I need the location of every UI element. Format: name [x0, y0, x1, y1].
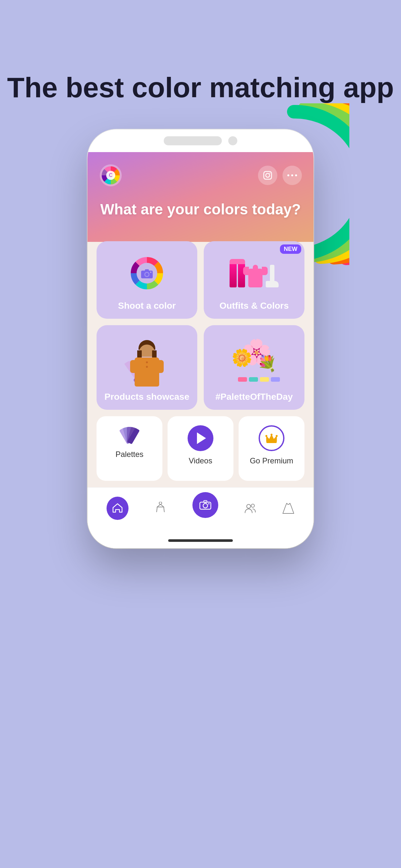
app-header: C [88, 152, 313, 242]
header-actions [258, 166, 302, 185]
bottom-navigation [88, 487, 313, 535]
phone-frame: C [88, 129, 313, 548]
home-icon [112, 502, 123, 514]
products-showcase-card[interactable]: Products showcase [96, 325, 197, 410]
nav-home[interactable] [99, 494, 136, 523]
svg-rect-30 [204, 500, 207, 502]
palette-day-label: #PaletteOfTheDay [215, 392, 293, 402]
products-showcase-image [103, 335, 191, 386]
phone-notch-area [88, 129, 313, 152]
app-logo: C [99, 164, 122, 187]
svg-line-27 [164, 507, 164, 512]
svg-point-9 [295, 175, 297, 176]
home-indicator [88, 535, 313, 548]
svg-point-13 [145, 273, 149, 276]
nav-camera[interactable] [185, 496, 226, 521]
svg-point-24 [276, 435, 278, 437]
crown-icon [258, 425, 284, 451]
home-icon-wrap [106, 497, 128, 520]
palette-of-day-card[interactable]: 🌸 🌼 💐 [204, 325, 305, 410]
shoot-color-label: Shoot a color [118, 301, 176, 311]
svg-text:C: C [109, 173, 113, 178]
svg-point-5 [266, 174, 270, 177]
play-triangle [197, 432, 206, 444]
palettes-card[interactable]: Palettes [96, 416, 162, 481]
shoot-color-card[interactable]: Shoot a color [96, 241, 197, 319]
videos-label: Videos [189, 456, 212, 465]
outfits-label: Outfits & Colors [220, 301, 289, 311]
svg-point-31 [208, 503, 210, 504]
instagram-button[interactable] [258, 166, 277, 185]
flower-yellow-icon: 🌼 [232, 349, 252, 366]
svg-point-25 [271, 434, 273, 436]
more-options-button[interactable] [282, 166, 302, 185]
svg-point-6 [270, 173, 271, 174]
notch-pill [164, 136, 222, 145]
svg-point-23 [266, 435, 267, 437]
nav-outfit[interactable] [274, 499, 302, 517]
svg-rect-14 [145, 269, 149, 271]
camera-nav-icon [199, 500, 212, 510]
svg-point-7 [287, 175, 289, 176]
flower-blue-icon: 💐 [257, 356, 277, 371]
app-header-top: C [99, 164, 302, 187]
svg-line-26 [157, 507, 157, 512]
shoot-color-image [103, 251, 191, 296]
notch-circle [228, 136, 237, 145]
svg-rect-4 [264, 172, 272, 179]
premium-label: Go Premium [250, 456, 294, 465]
play-icon [188, 425, 213, 451]
premium-card[interactable]: Go Premium [239, 416, 305, 481]
palette-illustration: 🌸 🌼 💐 [232, 340, 277, 382]
svg-point-29 [203, 503, 208, 508]
app-screen: C [88, 152, 313, 548]
svg-point-8 [291, 175, 293, 176]
outfits-image [210, 251, 298, 296]
palettes-label: Palettes [116, 450, 144, 459]
app-tagline: What are your colors today? [99, 200, 302, 219]
headline-text: The best color matching app [7, 71, 394, 104]
community-icon [244, 502, 257, 515]
palette-day-image: 🌸 🌼 💐 [210, 335, 298, 386]
camera-nav-button[interactable] [192, 492, 218, 518]
outfits-colors-card[interactable]: NEW [204, 241, 305, 319]
palettes-icon [118, 425, 141, 446]
home-bar [168, 539, 233, 542]
nav-wardrobe[interactable] [146, 499, 175, 517]
svg-point-32 [247, 504, 251, 508]
color-wheel-svg [126, 252, 168, 294]
svg-point-15 [150, 272, 151, 273]
videos-card[interactable]: Videos [167, 416, 234, 481]
headline-section: The best color matching app [7, 71, 394, 104]
small-cards-row: Palettes Videos [88, 416, 313, 487]
phone-mockup: C [88, 129, 313, 548]
products-showcase-label: Products showcase [104, 392, 189, 402]
dress-icon [282, 502, 295, 515]
svg-point-33 [251, 504, 254, 507]
nav-community[interactable] [236, 499, 265, 517]
wardrobe-icon [154, 502, 167, 515]
main-cards-grid: Shoot a color NEW [88, 232, 313, 416]
svg-rect-22 [266, 442, 277, 443]
